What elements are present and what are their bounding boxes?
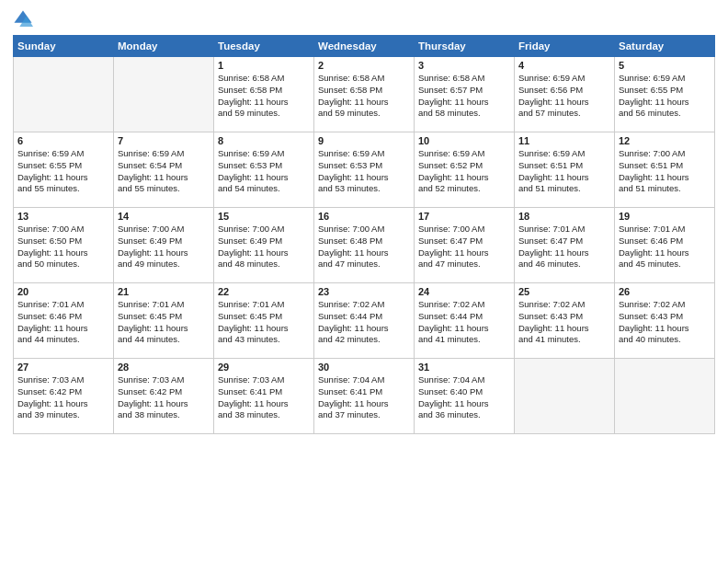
daylight-minutes-text: and 54 minutes. xyxy=(218,183,310,195)
sunset-text: Sunset: 6:44 PM xyxy=(418,311,510,323)
calendar-table: SundayMondayTuesdayWednesdayThursdayFrid… xyxy=(13,35,715,434)
calendar-week-2: 6Sunrise: 6:59 AMSunset: 6:55 PMDaylight… xyxy=(14,132,715,208)
sunset-text: Sunset: 6:45 PM xyxy=(218,311,310,323)
day-number: 10 xyxy=(418,135,510,146)
daylight-minutes-text: and 51 minutes. xyxy=(619,183,711,195)
daylight-hours-text: Daylight: 11 hours xyxy=(218,323,310,335)
daylight-minutes-text: and 47 minutes. xyxy=(418,259,510,270)
calendar-cell: 11Sunrise: 6:59 AMSunset: 6:51 PMDayligh… xyxy=(515,132,615,208)
weekday-header-monday: Monday xyxy=(114,36,214,57)
calendar-cell: 2Sunrise: 6:58 AMSunset: 6:58 PMDaylight… xyxy=(314,57,415,132)
daylight-minutes-text: and 41 minutes. xyxy=(418,334,510,346)
sunrise-text: Sunrise: 6:59 AM xyxy=(318,148,410,160)
calendar-week-4: 20Sunrise: 7:01 AMSunset: 6:46 PMDayligh… xyxy=(14,283,715,359)
sunrise-text: Sunrise: 6:59 AM xyxy=(518,148,610,160)
daylight-minutes-text: and 41 minutes. xyxy=(518,334,610,346)
daylight-minutes-text: and 47 minutes. xyxy=(318,259,410,270)
day-number: 25 xyxy=(518,286,610,297)
sunset-text: Sunset: 6:58 PM xyxy=(318,85,410,97)
calendar-cell: 17Sunrise: 7:00 AMSunset: 6:47 PMDayligh… xyxy=(415,208,515,283)
daylight-hours-text: Daylight: 11 hours xyxy=(418,398,510,410)
day-number: 5 xyxy=(619,60,711,71)
daylight-minutes-text: and 53 minutes. xyxy=(318,183,410,195)
sunrise-text: Sunrise: 6:59 AM xyxy=(418,148,510,160)
logo xyxy=(13,9,35,29)
sunset-text: Sunset: 6:49 PM xyxy=(218,236,310,247)
daylight-minutes-text: and 52 minutes. xyxy=(418,183,510,195)
sunrise-text: Sunrise: 7:01 AM xyxy=(118,299,210,311)
calendar-week-1: 1Sunrise: 6:58 AMSunset: 6:58 PMDaylight… xyxy=(14,57,715,132)
calendar-cell: 1Sunrise: 6:58 AMSunset: 6:58 PMDaylight… xyxy=(214,57,314,132)
daylight-minutes-text: and 55 minutes. xyxy=(118,183,210,195)
sunrise-text: Sunrise: 7:00 AM xyxy=(118,224,210,236)
day-number: 2 xyxy=(318,60,410,71)
weekday-header-row: SundayMondayTuesdayWednesdayThursdayFrid… xyxy=(14,36,715,57)
sunset-text: Sunset: 6:46 PM xyxy=(619,236,711,247)
sunset-text: Sunset: 6:55 PM xyxy=(619,85,711,97)
daylight-hours-text: Daylight: 11 hours xyxy=(17,323,109,335)
sunset-text: Sunset: 6:42 PM xyxy=(17,386,109,398)
daylight-hours-text: Daylight: 11 hours xyxy=(619,172,711,184)
sunset-text: Sunset: 6:52 PM xyxy=(418,160,510,172)
daylight-hours-text: Daylight: 11 hours xyxy=(418,97,510,109)
daylight-hours-text: Daylight: 11 hours xyxy=(619,323,711,335)
day-number: 13 xyxy=(17,211,109,222)
daylight-hours-text: Daylight: 11 hours xyxy=(418,247,510,259)
sunset-text: Sunset: 6:42 PM xyxy=(118,386,210,398)
daylight-hours-text: Daylight: 11 hours xyxy=(318,172,410,184)
sunrise-text: Sunrise: 7:01 AM xyxy=(218,299,310,311)
sunset-text: Sunset: 6:45 PM xyxy=(118,311,210,323)
calendar-cell: 26Sunrise: 7:02 AMSunset: 6:43 PMDayligh… xyxy=(615,283,715,359)
calendar-cell: 13Sunrise: 7:00 AMSunset: 6:50 PMDayligh… xyxy=(14,208,114,283)
sunset-text: Sunset: 6:47 PM xyxy=(518,236,610,247)
calendar-cell: 21Sunrise: 7:01 AMSunset: 6:45 PMDayligh… xyxy=(114,283,214,359)
daylight-minutes-text: and 40 minutes. xyxy=(619,334,711,346)
day-number: 12 xyxy=(619,135,711,146)
sunrise-text: Sunrise: 6:59 AM xyxy=(118,148,210,160)
day-number: 16 xyxy=(318,211,410,222)
header xyxy=(13,9,715,29)
sunrise-text: Sunrise: 6:59 AM xyxy=(518,73,610,85)
calendar-cell: 16Sunrise: 7:00 AMSunset: 6:48 PMDayligh… xyxy=(314,208,415,283)
calendar-cell xyxy=(114,57,214,132)
daylight-minutes-text: and 57 minutes. xyxy=(518,108,610,120)
sunset-text: Sunset: 6:43 PM xyxy=(619,311,711,323)
calendar-cell: 6Sunrise: 6:59 AMSunset: 6:55 PMDaylight… xyxy=(14,132,114,208)
sunset-text: Sunset: 6:43 PM xyxy=(518,311,610,323)
day-number: 20 xyxy=(17,286,109,297)
weekday-header-saturday: Saturday xyxy=(615,36,715,57)
sunrise-text: Sunrise: 7:00 AM xyxy=(17,224,109,236)
weekday-header-friday: Friday xyxy=(515,36,615,57)
sunrise-text: Sunrise: 7:02 AM xyxy=(619,299,711,311)
sunset-text: Sunset: 6:53 PM xyxy=(318,160,410,172)
daylight-minutes-text: and 42 minutes. xyxy=(318,334,410,346)
calendar-cell xyxy=(615,359,715,434)
sunrise-text: Sunrise: 6:58 AM xyxy=(218,73,310,85)
daylight-minutes-text: and 45 minutes. xyxy=(619,259,711,270)
daylight-hours-text: Daylight: 11 hours xyxy=(318,323,410,335)
daylight-hours-text: Daylight: 11 hours xyxy=(318,398,410,410)
daylight-minutes-text: and 58 minutes. xyxy=(418,108,510,120)
sunset-text: Sunset: 6:51 PM xyxy=(518,160,610,172)
calendar-cell: 3Sunrise: 6:58 AMSunset: 6:57 PMDaylight… xyxy=(415,57,515,132)
sunset-text: Sunset: 6:46 PM xyxy=(17,311,109,323)
daylight-hours-text: Daylight: 11 hours xyxy=(218,398,310,410)
calendar-cell xyxy=(14,57,114,132)
calendar-cell: 23Sunrise: 7:02 AMSunset: 6:44 PMDayligh… xyxy=(314,283,415,359)
daylight-minutes-text: and 49 minutes. xyxy=(118,259,210,270)
calendar-cell: 28Sunrise: 7:03 AMSunset: 6:42 PMDayligh… xyxy=(114,359,214,434)
sunrise-text: Sunrise: 6:59 AM xyxy=(218,148,310,160)
daylight-minutes-text: and 39 minutes. xyxy=(17,409,109,421)
sunset-text: Sunset: 6:49 PM xyxy=(118,236,210,247)
daylight-minutes-text: and 55 minutes. xyxy=(17,183,109,195)
calendar-cell: 31Sunrise: 7:04 AMSunset: 6:40 PMDayligh… xyxy=(415,359,515,434)
calendar-cell: 5Sunrise: 6:59 AMSunset: 6:55 PMDaylight… xyxy=(615,57,715,132)
daylight-hours-text: Daylight: 11 hours xyxy=(418,323,510,335)
daylight-hours-text: Daylight: 11 hours xyxy=(619,247,711,259)
daylight-hours-text: Daylight: 11 hours xyxy=(118,398,210,410)
logo-icon xyxy=(13,9,33,29)
day-number: 1 xyxy=(218,60,310,71)
daylight-hours-text: Daylight: 11 hours xyxy=(518,247,610,259)
daylight-minutes-text: and 59 minutes. xyxy=(318,108,410,120)
sunrise-text: Sunrise: 6:58 AM xyxy=(318,73,410,85)
